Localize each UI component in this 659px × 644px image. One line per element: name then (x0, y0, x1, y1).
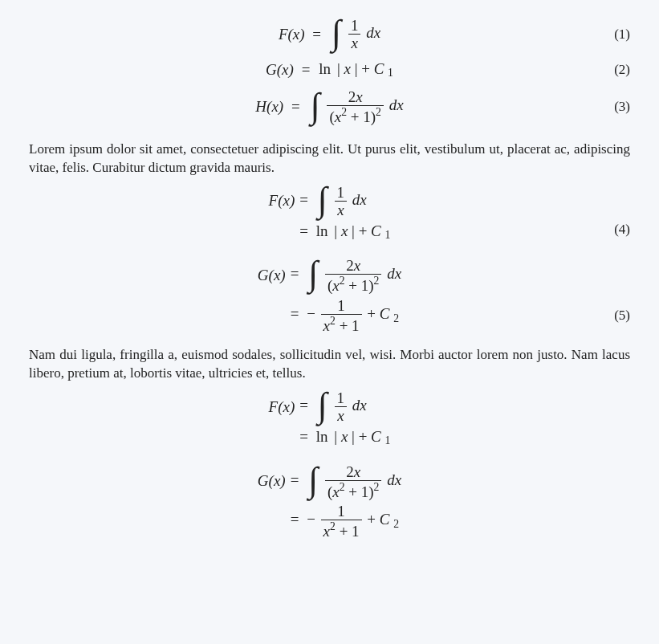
equation-number: (4) (614, 222, 630, 238)
outer-sq: 2 (374, 481, 380, 493)
equation-block-2: F(x) = ∫ 1 x dx = ln | (29, 182, 630, 335)
num-2: 2 (346, 257, 354, 274)
eq-lhs: F(x) (269, 192, 295, 209)
equation-row: F(x) = ∫ 1 x dx (269, 388, 391, 426)
den-x-sq: 2 (330, 315, 336, 327)
paragraph-1: Lorem ipsum dolor sit amet, consectetuer… (29, 141, 630, 177)
plus: + (367, 511, 379, 528)
abs-bar: | (335, 60, 340, 77)
den-x-sq: 2 (330, 520, 336, 532)
const-C: C (380, 511, 390, 528)
equation-row: = ln | x | + C 1 (269, 426, 391, 450)
frac-den: (x2 + 1)2 (327, 106, 384, 124)
fraction: 1 x2 + 1 (319, 298, 364, 333)
frac-den: x2 + 1 (321, 315, 362, 333)
den-x: x (323, 316, 330, 333)
frac-den: x (335, 202, 348, 218)
integral-sign-icon: ∫ (316, 391, 329, 419)
abs-bar: | (355, 60, 358, 77)
plus: + (367, 305, 379, 322)
equation-row: = − 1 x2 + 1 + C 2 (258, 501, 401, 541)
frac-den: x (335, 407, 348, 423)
dx: dx (387, 265, 401, 282)
rparen-plus-1: + 1) (347, 108, 376, 125)
fraction: 1 x (333, 185, 349, 218)
eq-sign: = (299, 428, 312, 445)
const-C: C (371, 428, 381, 445)
equation-number: (2) (614, 62, 630, 78)
eq-sign: = (308, 26, 325, 43)
frac-num: 1 (335, 390, 348, 407)
fraction: 2x (x2 + 1)2 (323, 258, 384, 293)
frac-num: 2x (325, 464, 382, 481)
dx: dx (352, 397, 367, 414)
const-C: C (380, 305, 390, 322)
abs-bar: | (332, 222, 337, 239)
dx: dx (366, 24, 380, 41)
den-x-sq: 2 (340, 275, 345, 287)
const-C-sub: 2 (393, 312, 399, 324)
ln-op: ln (316, 222, 328, 239)
var-x: x (344, 60, 350, 77)
const-C: C (374, 60, 384, 77)
integral-sign-icon: ∫ (330, 18, 343, 47)
frac-num: 1 (321, 298, 362, 315)
eq-sign: = (299, 397, 312, 414)
equation-row: H(x) = ∫ 2x (x2 + 1)2 d (29, 84, 630, 129)
equation-block-3: F(x) = ∫ 1 x dx = ln | x (29, 388, 630, 540)
dx: dx (387, 471, 401, 488)
equation-number: (3) (614, 99, 630, 115)
const-C-sub: 1 (385, 435, 391, 447)
num-2: 2 (348, 88, 356, 105)
plus: + (361, 60, 373, 77)
eq-sign: = (291, 265, 303, 282)
frac-den: (x2 + 1)2 (325, 275, 382, 293)
abs-bar: | (352, 428, 355, 445)
equation-block-1: F(x) = ∫ 1 x dx (1) (29, 13, 630, 129)
dx: dx (389, 97, 404, 114)
equation-row: G(x) = ln | x | + C 1 (2) (29, 55, 630, 84)
eq-lhs: G(x) (258, 472, 286, 489)
eq-sign: = (299, 222, 312, 239)
outer-sq: 2 (374, 275, 380, 287)
equation-row: = − 1 x2 + 1 + C 2 (258, 296, 401, 336)
abs-bar: | (332, 428, 337, 445)
fraction: 2x (x2 + 1)2 (323, 464, 384, 499)
frac-num: 1 (335, 185, 348, 202)
den-x: x (332, 483, 339, 499)
minus: − (307, 305, 315, 322)
rparen-plus-1: + 1) (345, 277, 374, 294)
num-2: 2 (346, 463, 354, 480)
frac-den: x2 + 1 (321, 520, 362, 539)
integral-sign-icon: ∫ (316, 185, 329, 214)
dx: dx (352, 191, 367, 208)
paragraph-2: Nam dui ligula, fringilla a, euismod sod… (29, 346, 630, 383)
integral-sign-icon: ∫ (309, 92, 322, 120)
equation-row: F(x) = ∫ 1 x dx (269, 182, 391, 220)
fraction: 1 x (333, 390, 349, 423)
ln-op: ln (316, 428, 328, 445)
plus: + (359, 428, 371, 445)
den-x: x (323, 523, 330, 540)
eq-sign: = (291, 305, 303, 322)
equation-row: F(x) = ∫ 1 x dx (1) (29, 13, 630, 55)
eq-sign: = (291, 511, 303, 528)
var-x: x (341, 428, 348, 445)
frac-num: 1 (348, 18, 361, 35)
den-x-sq: 2 (340, 481, 345, 493)
fraction: 1 x (347, 18, 363, 51)
abs-bar: | (352, 222, 355, 239)
eq-sign: = (287, 98, 304, 115)
equation-number: (5) (614, 308, 630, 324)
fraction: 1 x2 + 1 (319, 503, 364, 539)
outer-sq: 2 (376, 106, 381, 118)
eq-lhs: F(x) (269, 398, 295, 415)
const-C-sub: 1 (385, 229, 391, 241)
eq-sign: = (299, 191, 312, 208)
integral-sign-icon: ∫ (307, 466, 319, 494)
num-x: x (354, 463, 360, 480)
rparen-plus-1: + 1) (345, 483, 374, 499)
den-x: x (332, 277, 339, 294)
eq-sign: = (298, 61, 315, 78)
plus-1: + 1 (336, 316, 360, 333)
